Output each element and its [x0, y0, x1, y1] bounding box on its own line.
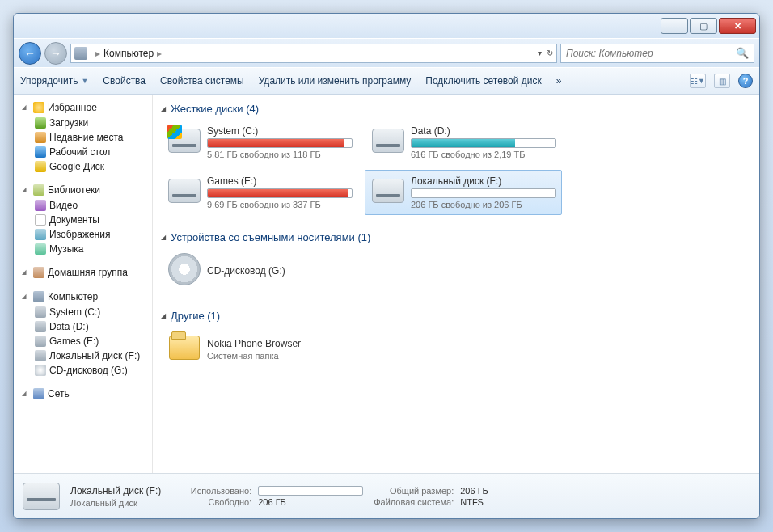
uninstall-button[interactable]: Удалить или изменить программу [259, 75, 412, 87]
sidebar-item-drive-e[interactable]: Games (E:) [14, 334, 152, 348]
organize-button[interactable]: Упорядочить▼ [20, 75, 88, 87]
other-item-nokia[interactable]: Nokia Phone Browser Системная папка [161, 327, 358, 372]
section-removable[interactable]: Устройства со съемными носителями (1) [161, 228, 751, 248]
sidebar-item-documents[interactable]: Документы [14, 213, 152, 227]
preview-pane-button[interactable]: ▥ [714, 74, 730, 88]
sidebar-item-desktop[interactable]: Рабочий стол [14, 145, 152, 159]
sidebar-item-downloads[interactable]: Загрузки [14, 116, 152, 130]
computer-icon [74, 47, 87, 60]
item-type: Системная папка [207, 351, 353, 361]
usage-bar [207, 138, 353, 148]
details-pane: Локальный диск (F:) Локальный диск Испол… [14, 473, 759, 518]
sidebar-favorites-header[interactable]: Избранное [14, 99, 152, 116]
toolbar-overflow[interactable]: » [556, 75, 562, 87]
search-input[interactable] [566, 48, 736, 59]
sidebar-item-pictures[interactable]: Изображения [14, 227, 152, 242]
help-button[interactable]: ? [738, 74, 753, 88]
drive-name: Data (D:) [411, 125, 556, 137]
total-label: Общий размер: [373, 486, 454, 496]
total-value: 206 ГБ [460, 486, 488, 496]
usage-bar [207, 188, 353, 198]
drive-name: CD-дисковод (G:) [207, 265, 353, 277]
free-value: 206 ГБ [258, 497, 286, 507]
search-box[interactable]: 🔍 [560, 44, 754, 63]
drive-g[interactable]: CD-дисковод (G:) [161, 248, 358, 293]
sidebar-item-drive-g[interactable]: CD-дисковод (G:) [14, 363, 152, 378]
fs-value: NTFS [460, 497, 484, 507]
sidebar-item-music[interactable]: Музыка [14, 242, 152, 256]
sidebar: Избранное Загрузки Недавние места Рабочи… [14, 95, 153, 473]
drive-c[interactable]: System (C:) 5,81 ГБ свободно из 118 ГБ [161, 120, 358, 165]
hdd-icon [35, 350, 46, 361]
star-icon [33, 102, 44, 113]
google-drive-icon [35, 161, 46, 172]
drive-free-text: 616 ГБ свободно из 2,19 ТБ [411, 150, 556, 159]
pictures-icon [35, 229, 46, 240]
drive-name: System (C:) [207, 125, 353, 137]
details-title: Локальный диск (F:) [70, 485, 161, 496]
sidebar-item-videos[interactable]: Видео [14, 198, 152, 213]
fs-label: Файловая система: [373, 497, 454, 507]
view-options-button[interactable]: ☷▼ [690, 74, 706, 88]
sidebar-computer-header[interactable]: Компьютер [14, 289, 152, 305]
hdd-icon [35, 321, 46, 332]
sidebar-homegroup-header[interactable]: Домашняя группа [14, 264, 152, 281]
free-label: Свободно: [171, 497, 251, 507]
breadcrumb-item[interactable]: Компьютер [103, 48, 154, 59]
system-properties-button[interactable]: Свойства системы [160, 75, 244, 87]
hdd-icon [35, 336, 46, 347]
item-name: Nokia Phone Browser [207, 338, 353, 349]
sidebar-item-recent[interactable]: Недавние места [14, 130, 152, 145]
desktop-icon [35, 146, 46, 158]
drive-e[interactable]: Games (E:) 9,69 ГБ свободно из 337 ГБ [161, 170, 358, 215]
music-icon [35, 243, 46, 255]
sidebar-item-drive-f[interactable]: Локальный диск (F:) [14, 348, 152, 363]
drive-free-text: 9,69 ГБ свободно из 337 ГБ [207, 200, 353, 209]
sidebar-item-drive-d[interactable]: Data (D:) [14, 319, 152, 334]
hdd-icon [22, 480, 61, 513]
maximize-button[interactable]: ▢ [690, 18, 717, 34]
properties-button[interactable]: Свойства [103, 75, 146, 87]
downloads-icon [35, 117, 46, 129]
recent-icon [35, 132, 46, 143]
computer-icon [33, 291, 44, 302]
chevron-right-icon: ▸ [95, 48, 100, 59]
nav-bar: ← → ▸ Компьютер ▸ ▾ ↻ 🔍 [14, 38, 759, 67]
explorer-window: — ▢ ✕ ← → ▸ Компьютер ▸ ▾ ↻ 🔍 Упорядочит… [13, 13, 760, 519]
used-bar [258, 486, 363, 496]
chevron-down-icon: ▼ [81, 77, 88, 85]
sidebar-libraries-header[interactable]: Библиотеки [14, 182, 152, 198]
drive-name: Games (E:) [207, 175, 353, 187]
close-button[interactable]: ✕ [719, 18, 756, 34]
minimize-button[interactable]: — [661, 18, 688, 34]
sidebar-item-drive-c[interactable]: System (C:) [14, 305, 152, 319]
libraries-icon [33, 184, 44, 196]
folder-icon [167, 330, 202, 365]
content-area: Жесткие диски (4) System (C:) 5,81 ГБ св… [153, 95, 759, 473]
search-icon[interactable]: 🔍 [736, 47, 749, 59]
back-button[interactable]: ← [19, 42, 41, 65]
cd-icon [35, 365, 46, 376]
hdd-icon [167, 173, 202, 209]
drive-name: Локальный диск (F:) [411, 175, 556, 187]
sidebar-network-header[interactable]: Сеть [14, 386, 152, 402]
breadcrumb-dropdown[interactable]: ▾ ↻ [538, 49, 553, 57]
forward-button[interactable]: → [44, 42, 67, 65]
section-other[interactable]: Другие (1) [161, 306, 751, 327]
titlebar: — ▢ ✕ [14, 14, 759, 38]
drive-f[interactable]: Локальный диск (F:) 206 ГБ свободно из 2… [365, 170, 562, 215]
details-type: Локальный диск [70, 498, 161, 508]
drive-free-text: 206 ГБ свободно из 206 ГБ [411, 200, 556, 209]
homegroup-icon [33, 267, 44, 278]
hdd-icon [167, 123, 202, 158]
drive-d[interactable]: Data (D:) 616 ГБ свободно из 2,19 ТБ [365, 120, 562, 165]
document-icon [35, 214, 46, 226]
hdd-icon [370, 173, 406, 209]
drive-free-text: 5,81 ГБ свободно из 118 ГБ [207, 150, 353, 159]
network-icon [33, 388, 44, 399]
sidebar-item-google-drive[interactable]: Google Диск [14, 159, 152, 174]
map-drive-button[interactable]: Подключить сетевой диск [425, 75, 541, 87]
breadcrumb[interactable]: ▸ Компьютер ▸ ▾ ↻ [70, 44, 557, 63]
chevron-right-icon: ▸ [157, 48, 162, 59]
section-hard-disks[interactable]: Жесткие диски (4) [161, 99, 751, 120]
